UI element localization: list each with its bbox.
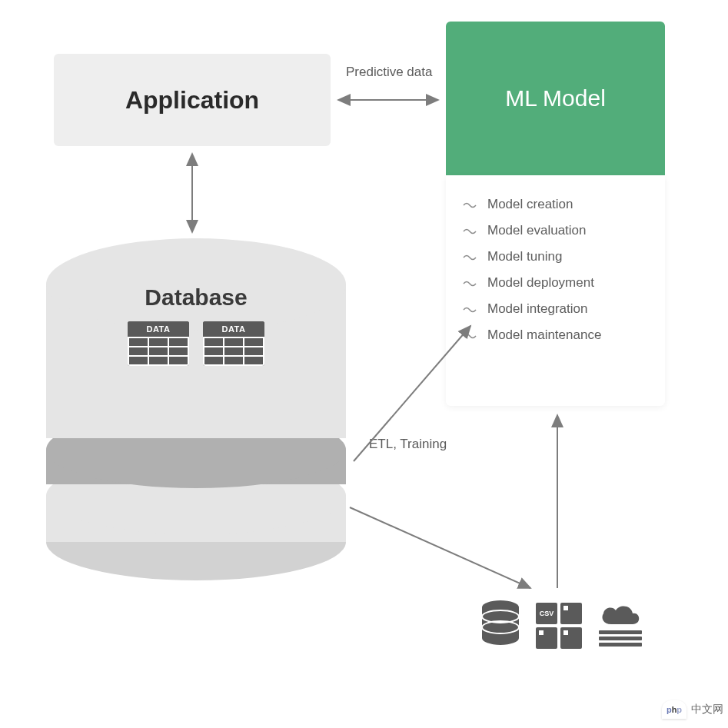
data-sources: CSV: [480, 600, 643, 649]
database-icon: [480, 600, 520, 649]
csv-cell-label: CSV: [536, 603, 557, 624]
watermark: php 中文网: [662, 700, 723, 719]
document-icon: [536, 627, 557, 649]
data-table-head: DATA: [203, 321, 264, 337]
bullet-icon: [463, 331, 477, 339]
application-box: Application: [54, 54, 331, 146]
arrow-label-predictive: Predictive data: [346, 65, 432, 80]
cloud-storage-icon: [597, 603, 643, 649]
bullet-icon: [463, 279, 477, 287]
data-table-icon: DATA: [128, 321, 189, 366]
list-item: Model tuning: [463, 249, 648, 264]
bullet-icon: [463, 201, 477, 208]
list-item: Model deployment: [463, 275, 648, 291]
ml-step-label: Model integration: [487, 301, 587, 317]
bullet-icon: [463, 305, 477, 313]
application-label: Application: [125, 86, 259, 115]
list-item: Model creation: [463, 197, 648, 212]
ml-step-label: Model creation: [487, 197, 573, 212]
bullet-icon: [463, 253, 477, 261]
watermark-text: 中文网: [691, 703, 723, 716]
list-item: Model evaluation: [463, 223, 648, 238]
data-table-head: DATA: [128, 321, 189, 337]
database-label: Database: [46, 284, 346, 311]
document-icon: [560, 627, 582, 649]
ml-steps-list: Model creation Model evaluation Model tu…: [446, 175, 665, 406]
bullet-icon: [463, 227, 477, 234]
svg-line-3: [350, 507, 530, 588]
database-cylinder: Database DATA DATA: [46, 238, 346, 561]
document-icon: [560, 603, 582, 624]
ml-step-label: Model deployment: [487, 275, 594, 291]
database-tables: DATA DATA: [46, 321, 346, 366]
ml-model-box: ML Model: [446, 22, 665, 175]
ml-model-label: ML Model: [505, 85, 606, 111]
ml-step-label: Model tuning: [487, 249, 562, 264]
csv-files-icon: CSV: [536, 603, 582, 649]
data-table-icon: DATA: [203, 321, 264, 366]
php-logo-icon: php: [662, 700, 686, 719]
arrow-label-etl: ETL, Training: [369, 437, 447, 452]
list-item: Model integration: [463, 301, 648, 317]
list-item: Model maintenance: [463, 327, 648, 343]
ml-step-label: Model evaluation: [487, 223, 587, 238]
ml-step-label: Model maintenance: [487, 327, 601, 343]
